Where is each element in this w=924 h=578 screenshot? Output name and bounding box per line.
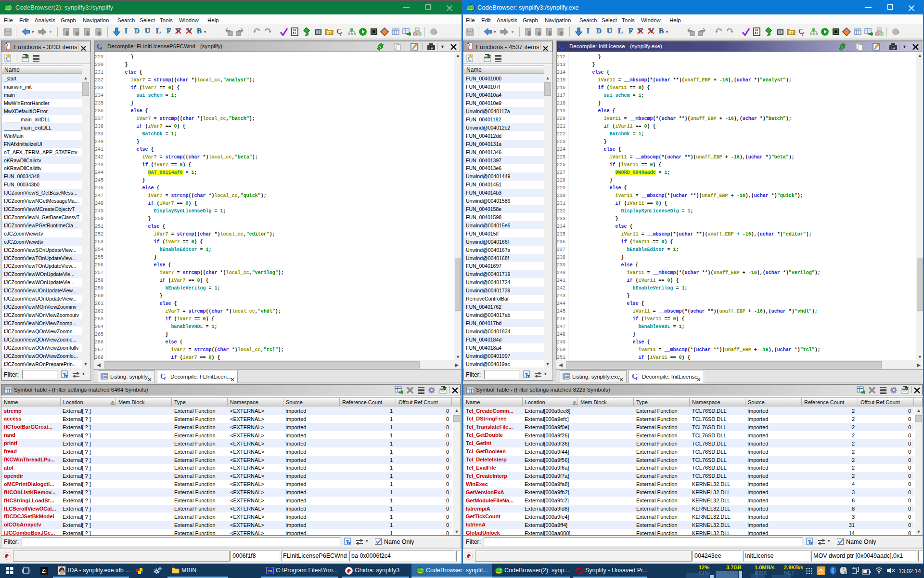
svg-text:f: f — [101, 45, 103, 50]
svg-text:01: 01 — [293, 32, 296, 35]
svg-text:f: f — [340, 30, 343, 36]
svg-text:DT: DT — [327, 31, 332, 34]
svg-text:f: f — [164, 375, 167, 380]
svg-text:01: 01 — [755, 32, 758, 35]
svg-text:f: f — [563, 45, 565, 50]
svg-text:DT: DT — [789, 31, 794, 34]
svg-text:f: f — [802, 30, 805, 36]
svg-text:f: f — [636, 375, 638, 380]
